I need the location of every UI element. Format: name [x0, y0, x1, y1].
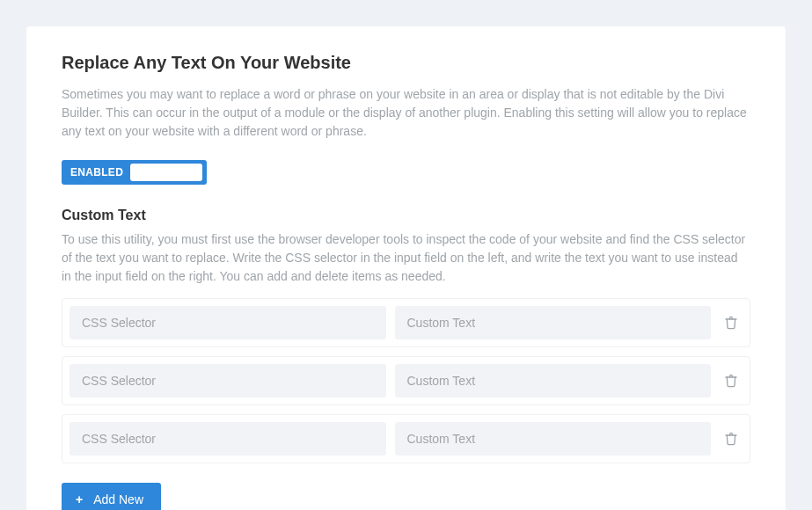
rows-container	[62, 298, 750, 463]
trash-icon	[724, 374, 738, 388]
toggle-knob	[187, 165, 201, 179]
css-selector-input[interactable]	[69, 422, 386, 455]
page-description: Sometimes you may want to replace a word…	[62, 85, 750, 141]
trash-icon	[724, 316, 738, 330]
text-replace-row	[62, 298, 750, 347]
custom-text-title: Custom Text	[62, 208, 750, 223]
toggle-label: ENABLED	[70, 166, 123, 178]
delete-row-button[interactable]	[720, 427, 743, 450]
delete-row-button[interactable]	[720, 311, 743, 334]
custom-text-input[interactable]	[395, 364, 712, 397]
css-selector-input[interactable]	[69, 364, 386, 397]
add-new-button[interactable]: + Add New	[62, 483, 161, 510]
toggle-track	[130, 164, 202, 181]
custom-text-input[interactable]	[395, 306, 712, 339]
trash-icon	[724, 432, 738, 446]
delete-row-button[interactable]	[720, 369, 743, 392]
text-replace-row	[62, 356, 750, 405]
custom-text-input[interactable]	[395, 422, 712, 455]
add-new-label: Add New	[93, 492, 143, 506]
settings-card: Replace Any Text On Your Website Sometim…	[26, 26, 786, 510]
page-title: Replace Any Text On Your Website	[62, 53, 750, 73]
plus-icon: +	[76, 492, 83, 506]
enabled-toggle[interactable]: ENABLED	[62, 160, 207, 185]
css-selector-input[interactable]	[69, 306, 386, 339]
text-replace-row	[62, 414, 750, 463]
custom-text-description: To use this utility, you must first use …	[62, 230, 750, 286]
